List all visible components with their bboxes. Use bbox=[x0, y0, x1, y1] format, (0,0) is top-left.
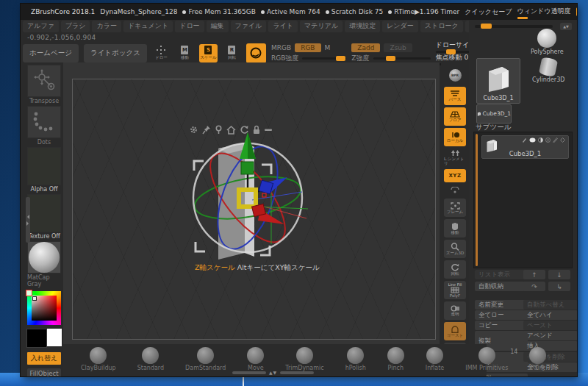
texture-item[interactable]: Texture Off bbox=[27, 194, 61, 240]
subtool-down-button[interactable]: ↓ bbox=[548, 270, 570, 279]
floor-grid-button[interactable]: フロア bbox=[444, 107, 466, 126]
tool-thumbnail-cube-large[interactable]: Cube3D_1 bbox=[476, 58, 520, 104]
transpose-item[interactable]: Transpose bbox=[27, 65, 61, 104]
transpose-thumb[interactable] bbox=[27, 65, 61, 97]
dots-thumb[interactable] bbox=[27, 106, 61, 138]
subtool-scrollbar[interactable] bbox=[476, 134, 478, 266]
scale-button[interactable]: S スケール bbox=[199, 44, 218, 62]
menus-toggle-button[interactable]: Menus bbox=[576, 7, 577, 16]
copy-button[interactable]: コピー bbox=[475, 321, 528, 330]
menu-draw[interactable]: ドロー bbox=[175, 21, 204, 32]
homepage-button[interactable]: ホームページ bbox=[23, 44, 79, 62]
color-picker-cursor[interactable] bbox=[32, 296, 37, 301]
menu-brush[interactable]: ブラシ bbox=[61, 21, 90, 32]
lightbox-button[interactable]: ライトボックス bbox=[84, 44, 147, 62]
brush-standard[interactable]: Standard bbox=[137, 347, 164, 371]
swap-colors-button[interactable]: 入れ替え bbox=[27, 352, 61, 365]
main-color-swatch[interactable] bbox=[26, 329, 47, 348]
rotate-view-button[interactable]: 回転 bbox=[444, 260, 466, 279]
brush-hpolish[interactable]: hPolish bbox=[345, 347, 366, 371]
zsub-button[interactable]: Zsub bbox=[384, 43, 412, 52]
brush-inflate[interactable]: Inflate bbox=[426, 347, 444, 371]
color-picker[interactable] bbox=[27, 291, 61, 325]
transparency-slider-handle[interactable] bbox=[517, 17, 528, 19]
rotate-button[interactable]: R 回転 bbox=[223, 44, 241, 62]
fill-object-button[interactable]: FillObject bbox=[27, 368, 61, 376]
menu-render[interactable]: レンダー bbox=[382, 21, 418, 32]
tool-thumbnail-cube-small[interactable]: Cube3D_1 bbox=[476, 104, 512, 124]
menu-stroke[interactable]: ストローク bbox=[420, 21, 463, 32]
visibility-eye-icon[interactable] bbox=[529, 137, 536, 143]
brush-trimdynamic[interactable]: TrimDynamic bbox=[285, 347, 323, 371]
paste-button[interactable]: ペースト bbox=[523, 321, 577, 330]
transpose-gizmo[interactable] bbox=[159, 121, 336, 279]
polypaint-brush-icon[interactable] bbox=[522, 137, 527, 143]
polyframe-button[interactable]: Line Fill PolyF bbox=[444, 281, 466, 299]
tool-panel-scrollbar[interactable] bbox=[475, 25, 553, 28]
z-intensity-slider[interactable] bbox=[373, 57, 431, 60]
canvas-area[interactable]: Z軸スケール AltキーにてXY軸スケール bbox=[63, 62, 440, 344]
transparent-button[interactable]: 透明 bbox=[444, 301, 466, 320]
color-picker-selector[interactable] bbox=[26, 290, 32, 296]
subtool-item[interactable]: Cube3D_1 bbox=[481, 135, 569, 159]
menu-color[interactable]: カラー bbox=[92, 21, 121, 32]
rgb-intensity-slider[interactable] bbox=[302, 57, 346, 60]
diamond-icon[interactable] bbox=[560, 137, 565, 143]
lsym-button[interactable]: L.シンメトリ bbox=[444, 149, 466, 167]
frame-button[interactable]: フレーム bbox=[444, 199, 466, 217]
brush-strip-scrollbar[interactable]: ▲▼ bbox=[232, 370, 314, 375]
menu-preferences[interactable]: 環境設定 bbox=[345, 21, 380, 32]
all-high-button[interactable]: 全てハイ bbox=[523, 310, 577, 320]
collapse-arrow-button[interactable]: ↷ bbox=[523, 282, 545, 291]
ghost-button[interactable]: ゴースト bbox=[444, 322, 466, 340]
menu-edit[interactable]: 編集 bbox=[207, 21, 229, 32]
xyz-symmetry-button[interactable]: XYZ bbox=[444, 169, 466, 182]
list-view-button[interactable]: リスト表示 bbox=[475, 270, 528, 279]
brush-claybuildup[interactable]: ClayBuildup bbox=[81, 347, 116, 371]
tray-divider-handle[interactable] bbox=[26, 197, 30, 243]
rotation-axis-button[interactable] bbox=[444, 185, 466, 196]
all-low-button[interactable]: 全てロー bbox=[475, 310, 528, 320]
rgb-button[interactable]: RGB bbox=[295, 43, 320, 52]
brush-stroke-circle-button[interactable] bbox=[246, 43, 266, 63]
append-button[interactable]: アペンド bbox=[523, 331, 577, 340]
stroke-dots-item[interactable]: Dots bbox=[27, 106, 61, 146]
window-transparency-slider[interactable]: ウィンドウ透明度 bbox=[517, 7, 570, 18]
mrgb-button[interactable]: MRGB bbox=[271, 44, 291, 51]
draw-pointer-button[interactable]: ドロー bbox=[152, 44, 171, 62]
brush-move[interactable]: Move bbox=[247, 347, 264, 371]
quicksave-button[interactable]: クイックセーブ bbox=[465, 7, 512, 17]
menu-light[interactable]: ライト bbox=[268, 21, 298, 32]
info-circle-icon[interactable] bbox=[545, 137, 551, 143]
pen-icon[interactable] bbox=[553, 137, 558, 143]
move-view-button[interactable]: 移動 bbox=[444, 219, 466, 237]
brush-paint[interactable]: Paint bbox=[529, 347, 546, 371]
auto-reorder-button[interactable]: 自動並べ替え bbox=[523, 300, 577, 310]
subtool-up-button[interactable]: ↑ bbox=[523, 270, 545, 279]
perspective-button[interactable]: パース bbox=[444, 87, 466, 105]
green-scale-cube[interactable] bbox=[241, 162, 254, 174]
auto-collapse-button[interactable]: 自動収納 bbox=[475, 282, 528, 291]
brush-damstandard[interactable]: DamStandard bbox=[185, 347, 226, 371]
texture-thumb[interactable] bbox=[27, 194, 61, 232]
menu-document[interactable]: ドキュメント bbox=[123, 21, 173, 32]
brush-pinch[interactable]: Pinch bbox=[387, 347, 404, 371]
menu-material[interactable]: マテリアル bbox=[300, 21, 343, 32]
alpha-thumb[interactable] bbox=[27, 147, 61, 185]
tool-thumbnail-cylinder[interactable]: Cylinder3D bbox=[532, 58, 564, 83]
document-viewport[interactable]: Z軸スケール AltキーにてXY軸スケール bbox=[72, 79, 436, 340]
rename-button[interactable]: 名前変更 bbox=[475, 300, 528, 310]
half-visibility-icon[interactable] bbox=[538, 137, 543, 143]
branch-arrow-button[interactable]: ↳ bbox=[548, 282, 570, 291]
tool-thumbnail-polysphere[interactable]: PolySphere bbox=[531, 29, 564, 55]
zoom3d-button[interactable]: ズーム3D bbox=[444, 240, 466, 258]
secondary-color-swatch[interactable] bbox=[47, 329, 62, 346]
brush-imm-primitives[interactable]: IMM Primitives14 bbox=[465, 347, 508, 371]
local-symmetry-button[interactable]: ローカル bbox=[444, 128, 466, 146]
menu-alpha[interactable]: アルファ bbox=[23, 21, 59, 32]
menu-file[interactable]: ファイル bbox=[231, 21, 267, 32]
matcap-thumb[interactable] bbox=[27, 241, 61, 274]
bpr-render-button[interactable]: BPR bbox=[444, 66, 466, 85]
alpha-item[interactable]: Alpha Off bbox=[27, 147, 61, 193]
move-button[interactable]: M 移動 bbox=[176, 44, 194, 62]
